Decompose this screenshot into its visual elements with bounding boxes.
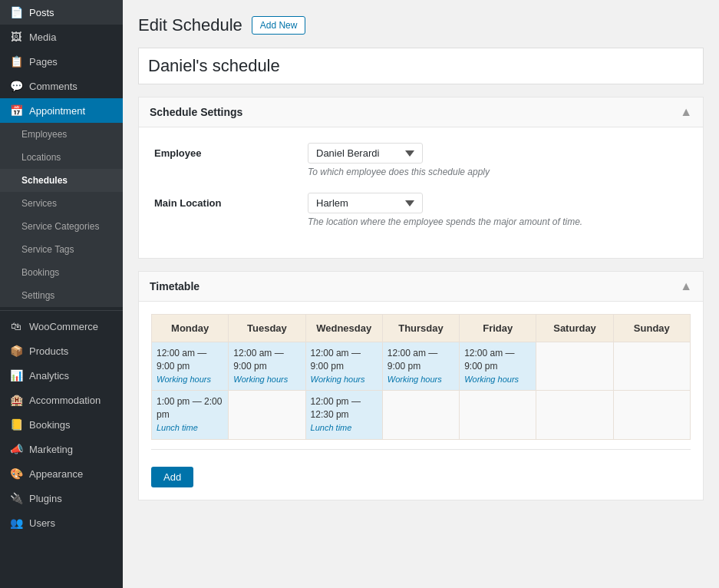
analytics-icon: 📊 bbox=[9, 369, 23, 382]
time-label: Lunch time bbox=[311, 423, 352, 432]
time-label: Working hours bbox=[388, 375, 442, 384]
employee-select[interactable]: Daniel Berardi bbox=[308, 143, 423, 164]
timetable-cell[interactable]: 1:00 pm — 2:00 pm Lunch time bbox=[152, 391, 229, 439]
sidebar-item-appointment[interactable]: 📅 Appointment bbox=[0, 98, 123, 123]
day-header-thursday: Thursday bbox=[382, 315, 459, 342]
sidebar: 📄 Posts 🖼 Media 📋 Pages 💬 Comments 📅 App… bbox=[0, 0, 123, 588]
sidebar-item-products[interactable]: 📦 Products bbox=[0, 339, 123, 363]
timetable-cell[interactable]: 12:00 am — 9:00 pm Working hours bbox=[229, 342, 305, 391]
day-header-tuesday: Tuesday bbox=[229, 315, 305, 342]
time-text: 12:00 am — 9:00 pm bbox=[233, 348, 283, 372]
location-label: Main Location bbox=[154, 193, 308, 209]
timetable-body: Monday Tuesday Wednesday Thursday Friday… bbox=[139, 302, 703, 500]
time-entry: 12:00 am — 9:00 pm Working hours bbox=[157, 347, 223, 385]
pages-icon: 📋 bbox=[9, 55, 23, 68]
day-header-saturday: Saturday bbox=[536, 315, 613, 342]
day-header-monday: Monday bbox=[152, 315, 229, 342]
time-text: 12:00 am — 9:00 pm bbox=[388, 348, 437, 372]
sidebar-item-woocommerce[interactable]: 🛍 WooCommerce bbox=[0, 314, 123, 339]
employee-hint: To which employee does this schedule app… bbox=[308, 167, 688, 177]
timetable-header[interactable]: Timetable ▲ bbox=[139, 272, 703, 302]
schedule-settings-header[interactable]: Schedule Settings ▲ bbox=[139, 97, 703, 127]
comments-icon: 💬 bbox=[9, 80, 23, 92]
employee-label: Employee bbox=[154, 143, 308, 159]
time-entry: 12:00 am — 9:00 pm Working hours bbox=[311, 347, 378, 385]
timetable-cell[interactable]: 12:00 pm — 12:30 pm Lunch time bbox=[305, 391, 382, 439]
timetable-cell[interactable]: 12:00 am — 9:00 pm Working hours bbox=[152, 342, 229, 391]
timetable-cell[interactable]: 12:00 am — 9:00 pm Working hours bbox=[305, 342, 382, 391]
sidebar-item-locations[interactable]: Locations bbox=[0, 146, 123, 169]
appearance-icon: 🎨 bbox=[9, 467, 23, 480]
time-entry: 12:00 am — 9:00 pm Working hours bbox=[464, 347, 531, 385]
accommodation-icon: 🏨 bbox=[9, 394, 23, 406]
sidebar-item-service-categories[interactable]: Service Categories bbox=[0, 215, 123, 238]
time-entry: 12:00 pm — 12:30 pm Lunch time bbox=[311, 395, 378, 434]
location-field: Harlem The location where the employee s… bbox=[308, 193, 688, 227]
appointment-submenu: Employees Locations Schedules Services S… bbox=[0, 123, 123, 307]
timetable-cell bbox=[613, 391, 690, 439]
page-title: Edit Schedule bbox=[138, 15, 242, 35]
schedule-name-input[interactable] bbox=[138, 48, 704, 84]
plugins-icon: 🔌 bbox=[9, 492, 23, 504]
timetable-header-row: Monday Tuesday Wednesday Thursday Friday… bbox=[152, 315, 691, 342]
timetable-table: Monday Tuesday Wednesday Thursday Friday… bbox=[151, 314, 691, 440]
timetable-cell bbox=[536, 342, 613, 391]
timetable-toggle-icon: ▲ bbox=[680, 279, 692, 293]
sidebar-item-bookings2[interactable]: 📒 Bookings bbox=[0, 412, 123, 437]
timetable-cell bbox=[460, 391, 536, 439]
day-header-friday: Friday bbox=[460, 315, 536, 342]
time-text: 1:00 pm — 2:00 pm bbox=[157, 396, 222, 420]
timetable-cell bbox=[613, 342, 690, 391]
marketing-icon: 📣 bbox=[9, 443, 23, 455]
sidebar-item-comments[interactable]: 💬 Comments bbox=[0, 74, 123, 98]
timetable-cell[interactable]: 12:00 am — 9:00 pm Working hours bbox=[460, 342, 536, 391]
time-text: 12:00 pm — 12:30 pm bbox=[311, 396, 361, 420]
location-hint: The location where the employee spends t… bbox=[308, 216, 688, 227]
sidebar-item-analytics[interactable]: 📊 Analytics bbox=[0, 363, 123, 388]
timetable-section: Timetable ▲ Monday Tuesday Wednesday Thu… bbox=[138, 271, 704, 500]
schedule-settings-title: Schedule Settings bbox=[150, 106, 242, 118]
sidebar-item-marketing[interactable]: 📣 Marketing bbox=[0, 437, 123, 461]
time-label: Working hours bbox=[464, 375, 519, 384]
sidebar-item-users[interactable]: 👥 Users bbox=[0, 510, 123, 535]
location-select[interactable]: Harlem bbox=[308, 193, 423, 213]
timetable-cell[interactable]: 12:00 am — 9:00 pm Working hours bbox=[382, 342, 459, 391]
time-text: 12:00 am — 9:00 pm bbox=[157, 348, 206, 372]
users-icon: 👥 bbox=[9, 517, 23, 529]
timetable-title: Timetable bbox=[150, 280, 200, 292]
sidebar-item-schedules[interactable]: Schedules bbox=[0, 169, 123, 192]
sidebar-item-settings[interactable]: Settings bbox=[0, 284, 123, 307]
time-label: Lunch time bbox=[157, 423, 198, 432]
location-row: Main Location Harlem The location where … bbox=[154, 193, 688, 227]
sidebar-item-bookings[interactable]: Bookings bbox=[0, 261, 123, 284]
sidebar-item-pages[interactable]: 📋 Pages bbox=[0, 49, 123, 74]
sidebar-item-plugins[interactable]: 🔌 Plugins bbox=[0, 486, 123, 510]
day-header-wednesday: Wednesday bbox=[305, 315, 382, 342]
schedule-settings-toggle-icon: ▲ bbox=[680, 105, 692, 119]
sidebar-item-accommodation[interactable]: 🏨 Accommodation bbox=[0, 388, 123, 412]
woocommerce-icon: 🛍 bbox=[9, 320, 23, 332]
time-label: Working hours bbox=[233, 375, 288, 384]
employee-field: Daniel Berardi To which employee does th… bbox=[308, 143, 688, 177]
timetable-row: 1:00 pm — 2:00 pm Lunch time 12:00 pm — … bbox=[152, 391, 691, 439]
time-entry: 12:00 am — 9:00 pm Working hours bbox=[388, 347, 454, 385]
add-timetable-button[interactable]: Add bbox=[151, 467, 193, 487]
time-entry: 1:00 pm — 2:00 pm Lunch time bbox=[157, 395, 223, 434]
sidebar-item-appearance[interactable]: 🎨 Appearance bbox=[0, 461, 123, 486]
time-label: Working hours bbox=[311, 375, 365, 384]
sidebar-item-employees[interactable]: Employees bbox=[0, 123, 123, 146]
sidebar-item-media[interactable]: 🖼 Media bbox=[0, 25, 123, 49]
sidebar-item-posts[interactable]: 📄 Posts bbox=[0, 0, 123, 25]
products-icon: 📦 bbox=[9, 345, 23, 357]
timetable-row: 12:00 am — 9:00 pm Working hours 12:00 a… bbox=[152, 342, 691, 391]
schedule-settings-body: Employee Daniel Berardi To which employe… bbox=[139, 127, 703, 258]
posts-icon: 📄 bbox=[9, 6, 23, 18]
add-new-button[interactable]: Add New bbox=[252, 16, 306, 35]
sidebar-item-service-tags[interactable]: Service Tags bbox=[0, 238, 123, 261]
day-header-sunday: Sunday bbox=[613, 315, 690, 342]
sidebar-item-services[interactable]: Services bbox=[0, 192, 123, 215]
timetable-cell bbox=[229, 391, 305, 439]
time-text: 12:00 am — 9:00 pm bbox=[311, 348, 361, 372]
employee-row: Employee Daniel Berardi To which employe… bbox=[154, 143, 688, 177]
schedule-settings-section: Schedule Settings ▲ Employee Daniel Bera… bbox=[138, 97, 704, 259]
